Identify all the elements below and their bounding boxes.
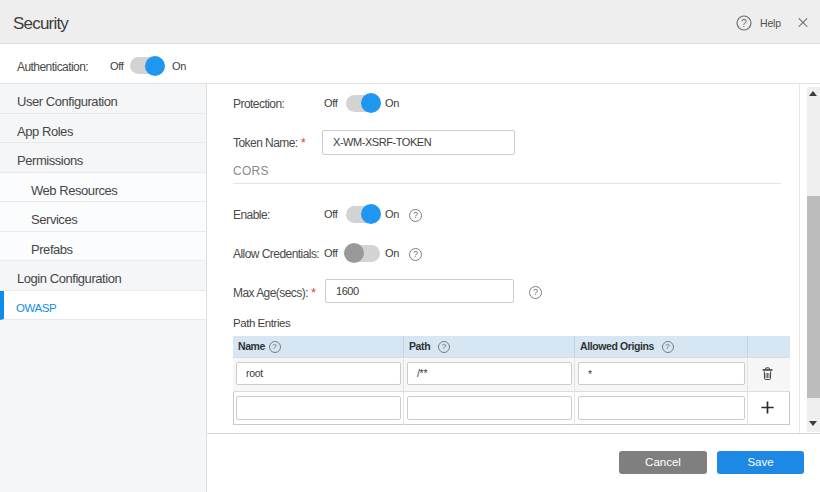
svg-text:?: ? bbox=[741, 17, 747, 29]
